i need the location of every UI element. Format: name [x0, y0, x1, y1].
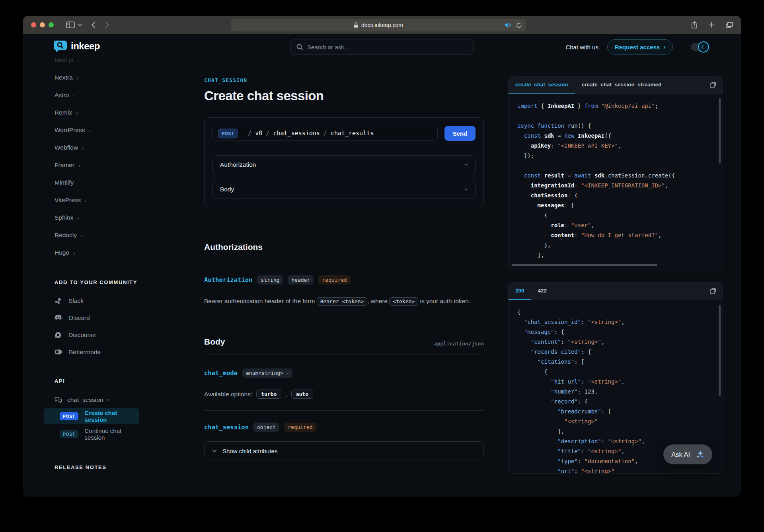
page-title: Create chat session [204, 88, 484, 103]
inline-code: Bearer <token> [317, 297, 368, 306]
sidebar-item-vitepress[interactable]: VitePress› [55, 191, 199, 209]
ask-ai-button[interactable]: Ask AI [663, 444, 712, 464]
authorizations-heading: Authorizations [204, 242, 263, 252]
body-heading: Body [204, 337, 225, 347]
chevron-down-icon: › [285, 372, 290, 374]
chevron-right-icon: › [77, 57, 79, 63]
request-code: import { InkeepAI } from "@inkeep/ai-api… [509, 94, 723, 267]
option-chip-auto: auto [291, 390, 313, 399]
reload-button[interactable] [516, 22, 522, 28]
chevron-down-icon[interactable] [78, 24, 82, 26]
copy-response-button[interactable] [709, 287, 717, 295]
type-badge: string [257, 275, 283, 285]
sidebar-item-mintlify[interactable]: Mintlify [55, 174, 199, 191]
chevron-right-icon: › [77, 215, 79, 221]
tab-create-chat-session[interactable]: create_chat_session [509, 76, 575, 94]
required-badge: required [284, 423, 316, 432]
zoom-window-button[interactable] [49, 22, 54, 27]
inline-code: <token> [389, 297, 418, 306]
field-name-chat-mode: chat_mode [204, 370, 238, 377]
show-child-attributes-toggle[interactable]: Show child attributes [204, 441, 484, 460]
chevron-right-icon: › [85, 197, 87, 203]
sidebar-endpoint-continue-chat-session[interactable]: POST Continue chat session [44, 426, 139, 442]
chevron-down-icon [212, 449, 217, 452]
chevron-right-icon: › [82, 145, 84, 151]
sidebar-item-redocly[interactable]: Redocly› [55, 226, 199, 244]
share-button[interactable] [691, 21, 698, 29]
main-content: CHAT_SESSION Create chat session POST /v… [204, 41, 484, 497]
body-section-toggle[interactable]: Body › [212, 180, 476, 199]
api-group-chat-session[interactable]: chat_session › [55, 395, 199, 405]
authorization-description: Bearer authentication header of the form… [204, 295, 484, 308]
discord-icon [55, 315, 62, 321]
response-vertical-scrollbar[interactable] [719, 305, 721, 396]
post-badge: POST [60, 412, 78, 420]
tab-create-chat-session-streamed[interactable]: create_chat_session_streamed [575, 76, 668, 94]
chevron-right-icon: › [77, 75, 79, 81]
send-button[interactable]: Send [444, 126, 476, 141]
sidebar-item-webflow[interactable]: Webflow› [55, 139, 199, 156]
example-column: create_chat_session create_chat_session_… [508, 41, 723, 497]
sidebar-item-astro[interactable]: Astro› [55, 86, 199, 104]
api-section-title: API [55, 378, 199, 384]
chevron-right-icon: › [76, 110, 78, 116]
option-chip-turbo: turbo [256, 390, 281, 399]
sidebar-item-nextra[interactable]: Nextra› [55, 69, 199, 86]
browser-chrome: docs.inkeep.com [23, 16, 741, 34]
enum-type-badge[interactable]: enum<string> › [242, 368, 292, 378]
close-window-button[interactable] [31, 22, 36, 27]
new-tab-button[interactable] [709, 22, 715, 28]
tab-response-422[interactable]: 422 [531, 283, 554, 300]
url-text: docs.inkeep.com [361, 22, 403, 28]
authorizations-section: Authorizations Authorization string head… [204, 242, 484, 308]
browser-window: docs.inkeep.com [23, 16, 741, 497]
audio-playing-icon[interactable] [505, 22, 511, 28]
sidebar-item-sphinx[interactable]: Sphinx› [55, 209, 199, 226]
chevron-right-icon: › [73, 92, 75, 98]
bettermode-icon [55, 349, 62, 355]
sidebar-item-wordpress[interactable]: WordPress› [55, 121, 199, 139]
field-name-chat-session: chat_session [204, 424, 249, 431]
method-badge: POST [218, 129, 238, 138]
release-notes-section-title: RELEASE NOTES [55, 464, 199, 470]
forward-button[interactable] [105, 21, 109, 28]
code-vertical-scrollbar[interactable] [719, 98, 721, 164]
sidebar-item-hugo[interactable]: Hugo› [55, 244, 199, 261]
required-badge: required [318, 275, 351, 285]
api-path-bar[interactable]: POST /v0 /chat_sessions /chat_results [212, 126, 438, 141]
community-list: Slack Discord Discourse [55, 292, 199, 361]
sidebar-item-bettermode[interactable]: Bettermode [55, 343, 199, 361]
sidebar-item-remix[interactable]: Remix› [55, 104, 199, 121]
sparkles-icon [695, 450, 704, 459]
chevron-down-icon: › [464, 164, 470, 166]
chevron-right-icon: › [81, 232, 83, 238]
sidebar-nav: Next.js› Nextra› Astro› Remix› WordPress… [23, 41, 199, 497]
code-horizontal-scrollbar[interactable] [512, 264, 657, 266]
sidebar-item-discord[interactable]: Discord [55, 309, 199, 326]
sidebar-toggle-button[interactable] [66, 21, 75, 28]
sidebar-item-nextjs[interactable]: Next.js› [55, 51, 199, 69]
sidebar-item-slack[interactable]: Slack [55, 292, 199, 309]
authorization-section-toggle[interactable]: Authorization › [212, 155, 476, 174]
chevron-down-icon: › [464, 189, 470, 191]
sidebar-item-framer[interactable]: Framer› [55, 156, 199, 174]
copy-code-button[interactable] [709, 81, 717, 89]
minimize-window-button[interactable] [40, 22, 45, 27]
back-button[interactable] [92, 21, 96, 28]
request-example-panel: create_chat_session create_chat_session_… [508, 76, 723, 269]
chevron-right-icon: › [89, 127, 91, 133]
discourse-icon [55, 331, 62, 339]
chevron-right-icon: › [78, 162, 80, 168]
available-options-label: Available options: [204, 391, 252, 398]
tab-response-200[interactable]: 200 [509, 283, 531, 300]
slack-icon [55, 297, 62, 304]
sidebar-item-discourse[interactable]: Discourse [55, 326, 199, 343]
chat-bubbles-icon [55, 397, 62, 403]
sidebar-endpoint-create-chat-session[interactable]: POST Create chat session [44, 408, 139, 424]
breadcrumb-eyebrow: CHAT_SESSION [204, 77, 484, 83]
url-bar[interactable]: docs.inkeep.com [231, 19, 526, 31]
tab-overview-button[interactable] [726, 22, 733, 28]
chevron-right-icon: › [73, 250, 75, 256]
body-section: Body application/json chat_mode enum<str… [204, 337, 484, 460]
type-badge: object [253, 423, 279, 432]
